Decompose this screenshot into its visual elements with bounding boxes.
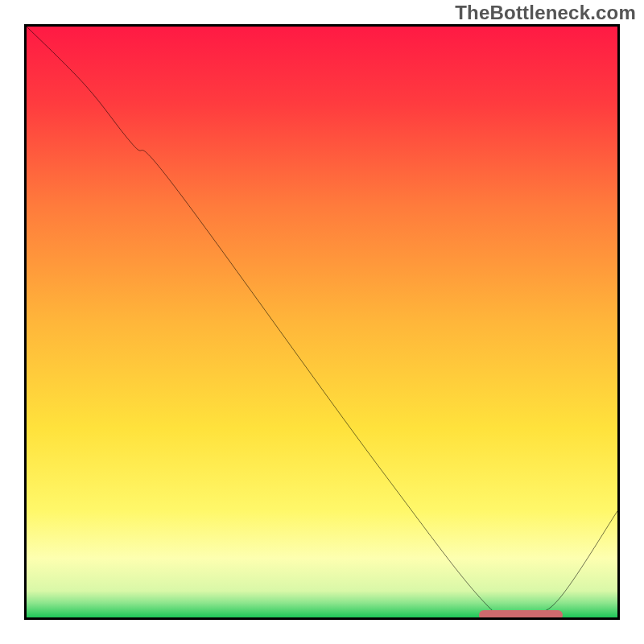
bottleneck-curve — [27, 27, 617, 617]
chart-plot-area — [24, 24, 620, 620]
watermark-text: TheBottleneck.com — [455, 2, 636, 24]
optimal-range-marker — [479, 610, 563, 620]
